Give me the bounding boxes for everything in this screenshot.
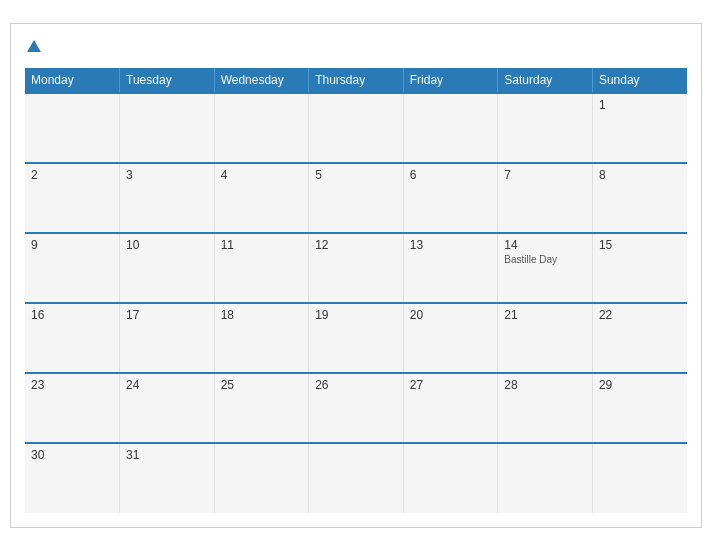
calendar-week-row: 1 [25, 93, 687, 163]
calendar-day-cell [403, 443, 498, 513]
day-number: 1 [599, 98, 681, 112]
calendar-day-cell: 1 [592, 93, 687, 163]
logo-triangle-icon [27, 40, 41, 52]
day-number: 7 [504, 168, 586, 182]
calendar-day-cell: 15 [592, 233, 687, 303]
day-number: 17 [126, 308, 208, 322]
calendar-day-cell: 23 [25, 373, 120, 443]
day-number: 19 [315, 308, 397, 322]
day-number: 2 [31, 168, 113, 182]
day-number: 11 [221, 238, 303, 252]
day-number: 10 [126, 238, 208, 252]
day-number: 26 [315, 378, 397, 392]
day-number: 9 [31, 238, 113, 252]
calendar-day-cell: 29 [592, 373, 687, 443]
calendar-day-cell: 14Bastille Day [498, 233, 593, 303]
calendar-day-cell: 4 [214, 163, 309, 233]
calendar-day-cell: 16 [25, 303, 120, 373]
calendar-day-cell: 8 [592, 163, 687, 233]
calendar-day-cell: 31 [120, 443, 215, 513]
weekday-header-monday: Monday [25, 68, 120, 93]
weekday-header-sunday: Sunday [592, 68, 687, 93]
weekday-header-friday: Friday [403, 68, 498, 93]
calendar-day-cell: 6 [403, 163, 498, 233]
calendar-day-cell: 28 [498, 373, 593, 443]
calendar-day-cell: 12 [309, 233, 404, 303]
calendar-table: MondayTuesdayWednesdayThursdayFridaySatu… [25, 68, 687, 513]
day-number: 29 [599, 378, 681, 392]
day-number: 23 [31, 378, 113, 392]
calendar-day-cell [120, 93, 215, 163]
calendar-day-cell [498, 93, 593, 163]
calendar-day-cell [403, 93, 498, 163]
day-number: 21 [504, 308, 586, 322]
calendar-week-row: 3031 [25, 443, 687, 513]
day-number: 13 [410, 238, 492, 252]
weekday-header-thursday: Thursday [309, 68, 404, 93]
day-number: 8 [599, 168, 681, 182]
calendar-day-cell: 20 [403, 303, 498, 373]
calendar-day-cell: 18 [214, 303, 309, 373]
calendar-day-cell [592, 443, 687, 513]
calendar-day-cell [309, 443, 404, 513]
day-number: 3 [126, 168, 208, 182]
day-number: 15 [599, 238, 681, 252]
calendar-day-cell: 26 [309, 373, 404, 443]
calendar-day-cell: 9 [25, 233, 120, 303]
calendar-day-cell [214, 93, 309, 163]
calendar-day-cell: 3 [120, 163, 215, 233]
day-number: 31 [126, 448, 208, 462]
day-number: 5 [315, 168, 397, 182]
calendar-week-row: 2345678 [25, 163, 687, 233]
day-number: 12 [315, 238, 397, 252]
calendar-day-cell: 17 [120, 303, 215, 373]
calendar-day-cell: 24 [120, 373, 215, 443]
calendar-day-cell: 10 [120, 233, 215, 303]
calendar-day-cell: 25 [214, 373, 309, 443]
calendar-day-cell: 21 [498, 303, 593, 373]
day-number: 28 [504, 378, 586, 392]
calendar-day-cell: 2 [25, 163, 120, 233]
calendar-day-cell [214, 443, 309, 513]
calendar-day-cell [25, 93, 120, 163]
calendar-day-cell: 13 [403, 233, 498, 303]
calendar-day-cell: 27 [403, 373, 498, 443]
calendar-day-cell [498, 443, 593, 513]
holiday-label: Bastille Day [504, 254, 586, 265]
logo-row1 [25, 38, 41, 54]
weekday-header-tuesday: Tuesday [120, 68, 215, 93]
day-number: 20 [410, 308, 492, 322]
calendar-day-cell [309, 93, 404, 163]
day-number: 14 [504, 238, 586, 252]
calendar-week-row: 23242526272829 [25, 373, 687, 443]
calendar-day-cell: 7 [498, 163, 593, 233]
calendar-day-cell: 22 [592, 303, 687, 373]
day-number: 18 [221, 308, 303, 322]
calendar-container: MondayTuesdayWednesdayThursdayFridaySatu… [10, 23, 702, 528]
calendar-week-row: 16171819202122 [25, 303, 687, 373]
calendar-day-cell: 30 [25, 443, 120, 513]
day-number: 25 [221, 378, 303, 392]
calendar-day-cell: 5 [309, 163, 404, 233]
weekday-header-row: MondayTuesdayWednesdayThursdayFridaySatu… [25, 68, 687, 93]
day-number: 4 [221, 168, 303, 182]
day-number: 16 [31, 308, 113, 322]
calendar-day-cell: 19 [309, 303, 404, 373]
calendar-week-row: 91011121314Bastille Day15 [25, 233, 687, 303]
calendar-day-cell: 11 [214, 233, 309, 303]
logo [25, 38, 41, 54]
weekday-header-wednesday: Wednesday [214, 68, 309, 93]
day-number: 30 [31, 448, 113, 462]
day-number: 22 [599, 308, 681, 322]
day-number: 6 [410, 168, 492, 182]
day-number: 27 [410, 378, 492, 392]
day-number: 24 [126, 378, 208, 392]
weekday-header-saturday: Saturday [498, 68, 593, 93]
calendar-header [25, 34, 687, 58]
